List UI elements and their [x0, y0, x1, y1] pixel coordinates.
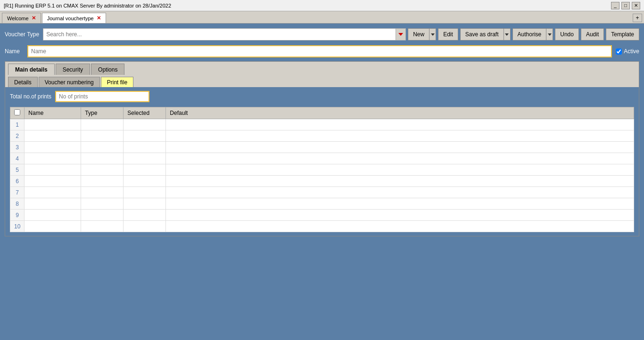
authorise-button[interactable]: Authorise — [512, 28, 547, 40]
row-name-7[interactable] — [25, 187, 81, 198]
inner-content: Total no.of prints Name Type Selected De… — [5, 87, 639, 236]
minimize-button[interactable]: _ — [611, 2, 619, 9]
row-number-3: 3 — [10, 142, 25, 153]
new-button[interactable]: New — [408, 28, 429, 40]
row-type-6[interactable] — [81, 176, 124, 187]
row-name-4[interactable] — [25, 153, 81, 164]
row-name-10[interactable] — [25, 221, 81, 232]
row-selected-9[interactable] — [124, 210, 166, 221]
tab-welcome-close[interactable]: ✕ — [32, 15, 36, 21]
tab-journal-vouchertype[interactable]: Journal vouchertype ✕ — [42, 13, 106, 23]
table-row: 9 — [10, 210, 634, 221]
row-number-1: 1 — [10, 119, 25, 130]
save-as-draft-button[interactable]: Save as draft — [460, 28, 504, 40]
row-name-1[interactable] — [25, 119, 81, 130]
authorise-dropdown-button[interactable] — [546, 28, 553, 40]
row-number-4: 4 — [10, 153, 25, 164]
row-name-8[interactable] — [25, 198, 81, 210]
row-name-5[interactable] — [25, 164, 81, 176]
row-default-9[interactable] — [166, 210, 634, 221]
main-tabs-row: Main details Security Options — [8, 64, 636, 75]
header-selected: Selected — [124, 107, 166, 119]
prints-input[interactable] — [55, 91, 149, 102]
edit-button[interactable]: Edit — [438, 28, 458, 40]
voucher-type-dropdown-button[interactable] — [396, 28, 406, 40]
active-checkbox[interactable] — [616, 49, 622, 55]
dropdown-arrow-icon — [398, 33, 403, 36]
row-type-9[interactable] — [81, 210, 124, 221]
voucher-type-label: Voucher Type — [5, 31, 39, 38]
row-name-6[interactable] — [25, 176, 81, 187]
header-type: Type — [81, 107, 124, 119]
sub-tab-details[interactable]: Details — [8, 77, 38, 87]
row-selected-2[interactable] — [124, 130, 166, 142]
authorise-arrow-icon — [548, 33, 552, 36]
row-type-7[interactable] — [81, 187, 124, 198]
row-type-1[interactable] — [81, 119, 124, 130]
row-default-7[interactable] — [166, 187, 634, 198]
row-type-8[interactable] — [81, 198, 124, 210]
tab-add-button[interactable]: + — [633, 14, 642, 22]
voucher-type-search-input[interactable] — [43, 28, 406, 40]
table-row: 8 — [10, 198, 634, 210]
row-selected-8[interactable] — [124, 198, 166, 210]
maximize-button[interactable]: □ — [621, 2, 630, 9]
tab-main-details[interactable]: Main details — [8, 64, 55, 75]
row-selected-7[interactable] — [124, 187, 166, 198]
table-row: 3 — [10, 142, 634, 153]
tab-bar: Welcome ✕ Journal vouchertype ✕ + — [0, 11, 644, 24]
tab-options[interactable]: Options — [91, 64, 124, 75]
table-row: 10 — [10, 221, 634, 232]
select-all-checkbox[interactable] — [14, 109, 20, 115]
row-number-5: 5 — [10, 164, 25, 176]
save-draft-dropdown-button[interactable] — [504, 28, 511, 40]
tab-security[interactable]: Security — [56, 64, 90, 75]
sub-tab-voucher-numbering[interactable]: Voucher numbering — [39, 77, 100, 87]
name-input[interactable] — [27, 45, 612, 57]
header-checkbox — [10, 107, 25, 119]
table-header-row: Name Type Selected Default — [10, 107, 634, 119]
row-default-3[interactable] — [166, 142, 634, 153]
row-type-10[interactable] — [81, 221, 124, 232]
template-button[interactable]: Template — [606, 28, 639, 40]
row-name-2[interactable] — [25, 130, 81, 142]
row-selected-6[interactable] — [124, 176, 166, 187]
row-type-3[interactable] — [81, 142, 124, 153]
row-selected-3[interactable] — [124, 142, 166, 153]
row-type-2[interactable] — [81, 130, 124, 142]
main-tabs-panel: Main details Security Options — [5, 62, 639, 75]
row-default-4[interactable] — [166, 153, 634, 164]
table-row: 7 — [10, 187, 634, 198]
active-label: Active — [624, 48, 639, 55]
audit-button[interactable]: Audit — [581, 28, 604, 40]
name-row: Name Active — [5, 45, 639, 57]
window-controls[interactable]: _ □ ✕ — [611, 2, 640, 9]
bottom-area — [5, 236, 639, 260]
row-type-5[interactable] — [81, 164, 124, 176]
row-default-5[interactable] — [166, 164, 634, 176]
tab-welcome[interactable]: Welcome ✕ — [2, 13, 41, 23]
row-default-1[interactable] — [166, 119, 634, 130]
new-dropdown-button[interactable] — [429, 28, 436, 40]
row-default-6[interactable] — [166, 176, 634, 187]
row-default-8[interactable] — [166, 198, 634, 210]
voucher-type-search-container — [43, 28, 406, 40]
row-type-4[interactable] — [81, 153, 124, 164]
row-number-8: 8 — [10, 198, 25, 210]
close-button[interactable]: ✕ — [632, 2, 640, 9]
undo-button[interactable]: Undo — [555, 28, 579, 40]
row-name-9[interactable] — [25, 210, 81, 221]
row-name-3[interactable] — [25, 142, 81, 153]
row-default-10[interactable] — [166, 221, 634, 232]
row-default-2[interactable] — [166, 130, 634, 142]
row-selected-1[interactable] — [124, 119, 166, 130]
row-selected-10[interactable] — [124, 221, 166, 232]
sub-tab-print-file[interactable]: Print file — [101, 77, 133, 87]
toolbar: Voucher Type New Edit Save as draft Auth… — [5, 28, 639, 40]
row-selected-4[interactable] — [124, 153, 166, 164]
panel-container: Main details Security Options Details Vo… — [5, 61, 639, 236]
row-number-2: 2 — [10, 130, 25, 142]
row-selected-5[interactable] — [124, 164, 166, 176]
sub-tabs-panel: Details Voucher numbering Print file — [5, 75, 639, 87]
tab-journal-close[interactable]: ✕ — [97, 15, 101, 21]
